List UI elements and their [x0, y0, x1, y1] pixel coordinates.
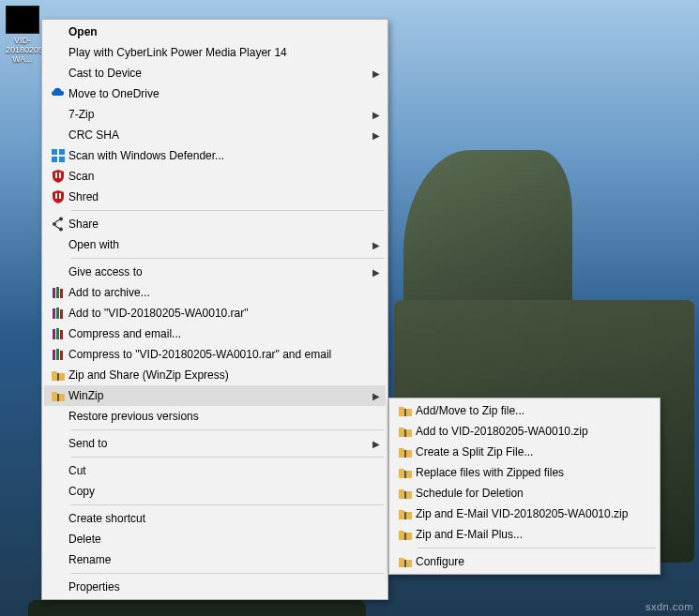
- svg-rect-8: [56, 287, 59, 298]
- menu-label: Share: [68, 218, 365, 231]
- menu-label: Scan: [68, 170, 365, 183]
- menu-move-to-onedrive[interactable]: Move to OneDrive: [44, 83, 386, 104]
- submenu-add-move-zip[interactable]: Add/Move to Zip file...: [391, 400, 658, 421]
- svg-rect-11: [56, 308, 59, 319]
- winzip-submenu: Add/Move to Zip file... Add to VID-20180…: [388, 398, 661, 575]
- menu-label: WinZip: [68, 389, 365, 402]
- menu-restore-previous-versions[interactable]: Restore previous versions: [44, 406, 386, 427]
- menu-7zip[interactable]: 7-Zip ▶: [44, 104, 386, 125]
- menu-play-cyberlink[interactable]: Play with CyberLink Power Media Player 1…: [44, 42, 386, 63]
- menu-label: Copy: [68, 485, 365, 498]
- submenu-arrow-icon: ▶: [372, 110, 380, 120]
- svg-rect-13: [53, 329, 55, 339]
- menu-label: Delete: [68, 533, 365, 546]
- svg-rect-2: [52, 157, 57, 162]
- menu-label: 7-Zip: [68, 108, 365, 121]
- submenu-replace-files[interactable]: Replace files with Zipped files: [391, 462, 658, 483]
- menu-rename[interactable]: Rename: [44, 549, 386, 570]
- submenu-add-to-zip[interactable]: Add to VID-20180205-WA0010.zip: [391, 421, 658, 442]
- menu-windows-defender[interactable]: Scan with Windows Defender...: [44, 145, 386, 166]
- menu-compress-to-rar-email[interactable]: Compress to "VID-20180205-WA0010.rar" an…: [44, 344, 386, 365]
- winrar-books-icon: [48, 326, 68, 341]
- menu-cast-to-device[interactable]: Cast to Device ▶: [44, 63, 386, 83]
- menu-add-to-archive[interactable]: Add to archive...: [44, 282, 386, 303]
- submenu-zip-and-email[interactable]: Zip and E-Mail VID-20180205-WA0010.zip: [391, 503, 658, 524]
- menu-label: Zip and Share (WinZip Express): [68, 368, 365, 382]
- svg-rect-14: [56, 328, 59, 339]
- menu-scan[interactable]: Scan: [44, 166, 386, 187]
- menu-label: Cut: [68, 464, 365, 477]
- winzip-folder-icon: [395, 527, 416, 542]
- menu-label: Give access to: [68, 265, 365, 278]
- menu-separator: [418, 548, 656, 548]
- menu-compress-and-email[interactable]: Compress and email...: [44, 323, 386, 344]
- winzip-folder-icon: [48, 388, 68, 403]
- submenu-arrow-icon: ▶: [372, 439, 380, 449]
- video-thumbnail-icon: [6, 6, 39, 34]
- svg-rect-1: [59, 149, 65, 155]
- menu-label: Configure: [416, 555, 637, 568]
- menu-label: Add to "VID-20180205-WA0010.rar": [68, 307, 365, 320]
- svg-rect-7: [53, 288, 55, 298]
- menu-label: Move to OneDrive: [68, 87, 365, 100]
- menu-separator: [70, 573, 384, 574]
- submenu-zip-and-email-plus[interactable]: Zip and E-Mail Plus...: [391, 524, 658, 545]
- menu-label: Replace files with Zipped files: [416, 466, 637, 479]
- submenu-arrow-icon: ▶: [372, 391, 380, 401]
- menu-label: Zip and E-Mail VID-20180205-WA0010.zip: [416, 507, 637, 520]
- menu-winzip[interactable]: WinZip ▶: [44, 385, 386, 406]
- winrar-books-icon: [48, 285, 68, 300]
- menu-copy[interactable]: Copy: [44, 481, 386, 502]
- menu-send-to[interactable]: Send to ▶: [44, 433, 386, 454]
- menu-label: Create a Split Zip File...: [416, 445, 637, 458]
- menu-label: Open: [68, 25, 365, 38]
- menu-give-access-to[interactable]: Give access to ▶: [44, 262, 386, 282]
- menu-label: Add/Move to Zip file...: [416, 404, 637, 417]
- mcafee-shield-icon: [48, 169, 68, 184]
- menu-properties[interactable]: Properties: [44, 577, 386, 597]
- menu-label: Add to VID-20180205-WA0010.zip: [416, 425, 637, 438]
- menu-label: Zip and E-Mail Plus...: [416, 528, 637, 541]
- desktop-file-icon[interactable]: VID-20180205-WA...: [6, 6, 39, 64]
- svg-rect-23: [404, 450, 406, 458]
- svg-rect-15: [60, 330, 63, 339]
- menu-create-shortcut[interactable]: Create shortcut: [44, 508, 386, 529]
- submenu-arrow-icon: ▶: [372, 267, 380, 278]
- svg-rect-12: [60, 309, 63, 319]
- menu-open-with[interactable]: Open with ▶: [44, 234, 386, 255]
- menu-cut[interactable]: Cut: [44, 460, 386, 481]
- svg-rect-9: [60, 289, 63, 298]
- svg-rect-21: [404, 409, 406, 416]
- menu-label: Schedule for Deletion: [416, 487, 637, 500]
- onedrive-icon: [48, 86, 68, 101]
- submenu-create-split-zip[interactable]: Create a Split Zip File...: [391, 442, 658, 462]
- svg-rect-25: [404, 491, 406, 499]
- menu-separator: [70, 457, 384, 458]
- svg-rect-0: [52, 149, 57, 155]
- svg-rect-19: [57, 373, 59, 381]
- submenu-schedule-deletion[interactable]: Schedule for Deletion: [391, 483, 658, 503]
- winzip-folder-icon: [395, 403, 416, 418]
- submenu-configure[interactable]: Configure: [391, 551, 658, 572]
- menu-shred[interactable]: Shred: [44, 187, 386, 207]
- menu-share[interactable]: Share: [44, 214, 386, 234]
- menu-zip-and-share[interactable]: Zip and Share (WinZip Express): [44, 365, 386, 385]
- menu-label: Properties: [68, 580, 365, 593]
- winzip-folder-icon: [395, 424, 416, 439]
- winzip-folder-icon: [395, 554, 416, 569]
- menu-label: CRC SHA: [68, 128, 365, 142]
- defender-icon: [48, 148, 68, 163]
- winzip-folder-icon: [48, 368, 68, 383]
- menu-delete[interactable]: Delete: [44, 529, 386, 549]
- winrar-books-icon: [48, 347, 68, 362]
- svg-point-6: [59, 228, 63, 232]
- menu-add-to-rar[interactable]: Add to "VID-20180205-WA0010.rar": [44, 303, 386, 323]
- menu-open[interactable]: Open: [44, 22, 386, 42]
- svg-rect-26: [404, 512, 406, 519]
- menu-label: Restore previous versions: [68, 410, 365, 423]
- desktop-icon-label: VID-20180205-WA...: [6, 36, 39, 64]
- svg-rect-27: [404, 533, 406, 540]
- menu-crc-sha[interactable]: CRC SHA ▶: [44, 125, 386, 145]
- menu-label: Scan with Windows Defender...: [68, 149, 365, 162]
- menu-label: Open with: [68, 238, 365, 251]
